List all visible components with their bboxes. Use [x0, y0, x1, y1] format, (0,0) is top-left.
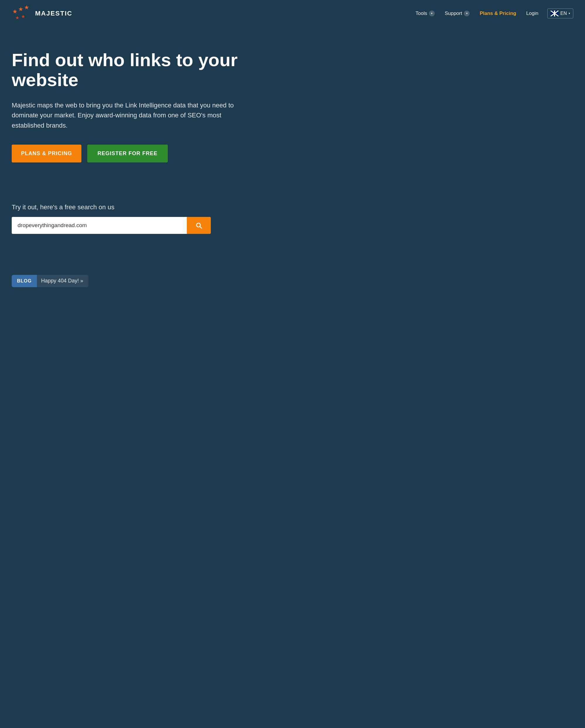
- search-bar: [12, 217, 211, 234]
- search-input[interactable]: [12, 217, 187, 234]
- hero-section: Find out who links to your website Majes…: [0, 27, 263, 204]
- hero-title: Find out who links to your website: [12, 50, 252, 90]
- blog-banner[interactable]: BLOG Happy 404 Day! »: [12, 275, 88, 287]
- svg-text:★: ★: [24, 5, 29, 10]
- hero-buttons: PLANS & PRICING REGISTER FOR FREE: [12, 145, 252, 162]
- nav-links: Tools ▾ Support ▾ Plans & Pricing Login …: [412, 8, 573, 19]
- blog-tag: BLOG: [12, 275, 37, 287]
- svg-text:★: ★: [12, 8, 18, 15]
- logo-stars-icon: ★ ★ ★ ★ ★: [12, 5, 32, 21]
- blog-banner-text: Happy 404 Day! »: [41, 278, 88, 284]
- nav-item-tools: Tools ▾: [412, 8, 438, 19]
- language-selector[interactable]: EN ▾: [547, 8, 573, 19]
- nav-item-plans: Plans & Pricing: [476, 8, 520, 19]
- tools-dropdown-icon: ▾: [429, 10, 435, 17]
- nav-item-support: Support ▾: [441, 8, 474, 19]
- flag-uk-icon: [551, 10, 559, 17]
- nav-link-plans[interactable]: Plans & Pricing: [476, 8, 520, 19]
- navbar: ★ ★ ★ ★ ★ MAJESTIC Tools ▾ Support ▾ Pla…: [0, 0, 585, 27]
- svg-text:★: ★: [18, 6, 23, 12]
- nav-link-login[interactable]: Login: [523, 8, 542, 19]
- logo-link[interactable]: ★ ★ ★ ★ ★ MAJESTIC: [12, 5, 72, 21]
- plans-pricing-button[interactable]: PLANS & PRICING: [12, 145, 81, 162]
- lang-label: EN: [560, 11, 567, 16]
- hero-description: Majestic maps the web to bring you the L…: [12, 100, 246, 130]
- nav-item-lang: EN ▾: [545, 8, 573, 19]
- search-submit-button[interactable]: [187, 217, 211, 234]
- search-section: Try it out, here's a free search on us: [0, 204, 585, 252]
- search-label: Try it out, here's a free search on us: [12, 204, 573, 211]
- lang-chevron-icon: ▾: [568, 12, 570, 15]
- logo-text: MAJESTIC: [35, 10, 72, 17]
- svg-text:★: ★: [21, 14, 25, 19]
- register-free-button[interactable]: REGISTER FOR FREE: [87, 145, 168, 162]
- support-dropdown-icon: ▾: [464, 10, 469, 17]
- svg-text:★: ★: [15, 15, 19, 20]
- nav-link-support[interactable]: Support ▾: [441, 8, 474, 19]
- nav-item-login: Login: [523, 8, 542, 19]
- nav-link-tools[interactable]: Tools ▾: [412, 8, 438, 19]
- search-icon: [195, 222, 203, 229]
